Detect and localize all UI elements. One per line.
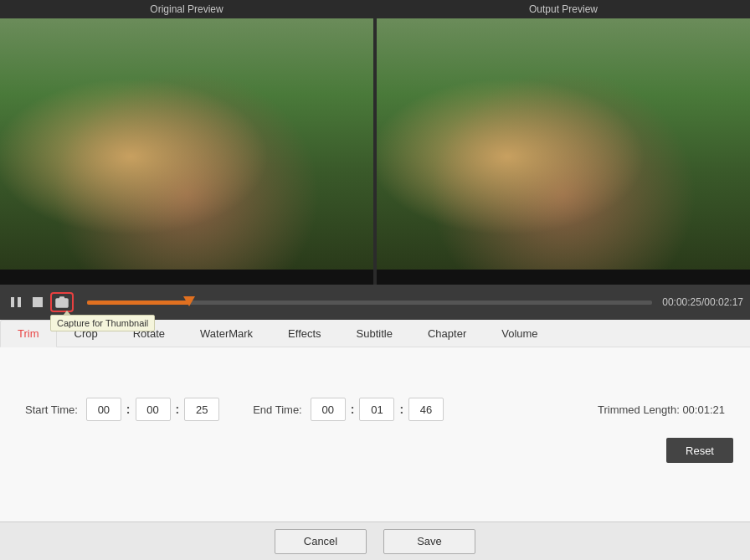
start-time-minutes[interactable]: [136, 398, 171, 421]
capture-tooltip: Capture for Thumbnail: [50, 315, 155, 331]
original-preview-video: [0, 18, 373, 270]
output-preview-video: [377, 18, 750, 270]
progress-track[interactable]: [87, 301, 652, 305]
end-time-hours[interactable]: [311, 398, 346, 421]
edit-panel: Start Time: : : End Time: : :: [0, 347, 750, 438]
bottom-bar: Cancel Save: [0, 521, 750, 560]
tab-chapter[interactable]: Chapter: [410, 320, 484, 347]
tab-effects[interactable]: Effects: [270, 320, 339, 347]
start-sep-2: :: [176, 403, 180, 416]
capture-thumbnail-button[interactable]: [50, 292, 74, 312]
original-video-bottom-bar: [0, 270, 373, 285]
end-time-label: End Time:: [253, 403, 302, 416]
trimmed-label: Trimmed Length:: [598, 403, 680, 416]
svg-rect-0: [11, 297, 14, 307]
pause-button[interactable]: [7, 293, 25, 311]
cancel-button[interactable]: Cancel: [275, 529, 367, 554]
trim-row: Start Time: : : End Time: : :: [25, 398, 725, 421]
end-time-minutes[interactable]: [359, 398, 394, 421]
tab-volume[interactable]: Volume: [484, 320, 555, 347]
svg-rect-1: [18, 297, 21, 307]
end-time-seconds[interactable]: [408, 398, 444, 421]
start-time-seconds[interactable]: [184, 398, 219, 421]
output-preview-label: Output Preview: [377, 0, 750, 18]
save-button[interactable]: Save: [383, 529, 475, 554]
progress-thumb: [183, 296, 195, 306]
output-video-bottom-bar: [377, 270, 750, 285]
progress-fill: [87, 301, 189, 305]
edit-panel-wrapper: Start Time: : : End Time: : :: [0, 347, 750, 521]
svg-rect-2: [33, 297, 43, 307]
tab-watermark[interactable]: WaterMark: [182, 320, 270, 347]
end-sep-1: :: [351, 403, 355, 416]
reset-button[interactable]: Reset: [666, 438, 733, 463]
controls-bar: Capture for Thumbnail 00:00:25/00:02:17: [0, 285, 750, 320]
end-time-group: End Time: : :: [253, 398, 444, 421]
start-time-hours[interactable]: [86, 398, 121, 421]
tab-subtitle[interactable]: Subtitle: [339, 320, 410, 347]
stop-button[interactable]: [28, 293, 47, 311]
svg-point-4: [59, 301, 64, 306]
original-preview-label: Original Preview: [0, 0, 373, 18]
trimmed-length: Trimmed Length: 00:01:21: [598, 403, 725, 416]
start-sep-1: :: [126, 403, 131, 416]
end-sep-2: :: [399, 403, 403, 416]
start-time-group: Start Time: : :: [25, 398, 219, 421]
trimmed-value: 00:01:21: [682, 403, 725, 416]
start-time-label: Start Time:: [25, 403, 78, 416]
tab-trim[interactable]: Trim: [0, 320, 57, 347]
time-display: 00:00:25/00:02:17: [662, 296, 743, 308]
